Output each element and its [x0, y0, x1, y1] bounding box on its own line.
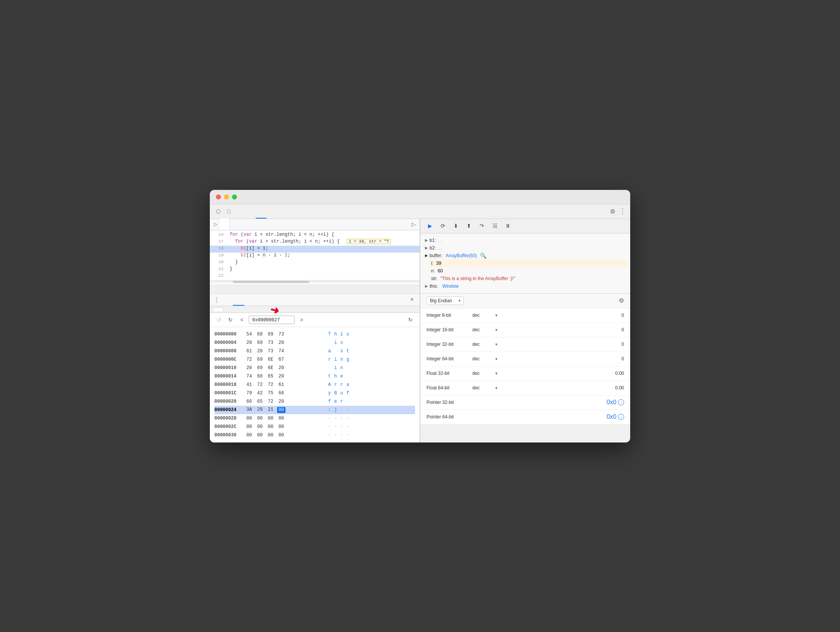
- memory-byte[interactable]: 00: [256, 433, 264, 438]
- scope-expand-b2-icon[interactable]: ▶: [425, 246, 428, 250]
- step-over-button[interactable]: ⟳: [438, 221, 448, 231]
- tab-memory-inspector[interactable]: [233, 293, 244, 306]
- mi-settings-icon[interactable]: ⚙: [619, 297, 624, 304]
- tab-performance[interactable]: [277, 204, 288, 219]
- memory-char[interactable]: ·: [346, 424, 350, 429]
- memory-byte[interactable]: 6E: [266, 357, 275, 362]
- mi-type-dropdown-icon[interactable]: ▾: [495, 371, 498, 376]
- memory-char[interactable]: a: [328, 348, 331, 354]
- memory-byte[interactable]: 20: [245, 365, 253, 371]
- mi-navigate-icon[interactable]: →: [618, 399, 624, 405]
- memory-byte[interactable]: 00: [266, 433, 275, 438]
- memory-byte[interactable]: 74: [245, 374, 253, 379]
- memory-char[interactable]: [328, 340, 331, 345]
- cursor-icon[interactable]: ⬡: [213, 206, 224, 217]
- tab-sources[interactable]: [256, 204, 266, 219]
- memory-char[interactable]: h: [334, 332, 337, 337]
- mi-refresh-button[interactable]: ↻: [406, 315, 415, 324]
- settings-icon[interactable]: ⚙: [607, 206, 618, 217]
- memory-char[interactable]: i: [340, 332, 344, 337]
- memory-byte[interactable]: 66: [245, 399, 253, 404]
- mi-address-input[interactable]: [249, 316, 295, 324]
- memory-byte[interactable]: 72: [266, 382, 275, 387]
- mi-next-button[interactable]: >: [297, 315, 306, 324]
- memory-byte[interactable]: 6E: [266, 365, 275, 371]
- device-icon[interactable]: □: [224, 206, 234, 217]
- memory-char[interactable]: e: [334, 399, 337, 404]
- memory-byte[interactable]: 00: [277, 407, 285, 413]
- step-button[interactable]: ↷: [477, 221, 487, 231]
- memory-byte[interactable]: 73: [266, 348, 275, 354]
- sidebar-toggle-icon[interactable]: ▷: [211, 220, 220, 228]
- memory-byte[interactable]: 00: [256, 424, 264, 429]
- deactivate-breakpoints-button[interactable]: ☵: [490, 221, 500, 231]
- mi-type-dropdown-icon[interactable]: ▾: [495, 313, 498, 318]
- memory-char[interactable]: u: [340, 391, 344, 396]
- mi-type-link[interactable]: 0x0→: [606, 399, 624, 406]
- source-file-tab[interactable]: [220, 219, 230, 230]
- memory-byte[interactable]: 75: [266, 391, 275, 396]
- memory-char[interactable]: h: [334, 374, 337, 379]
- memory-char[interactable]: ·: [346, 433, 350, 438]
- step-into-button[interactable]: ⬇: [451, 221, 461, 231]
- memory-char[interactable]: [346, 399, 350, 404]
- memory-char[interactable]: ·: [334, 416, 337, 421]
- mi-type-dropdown-icon[interactable]: ▾: [495, 386, 498, 391]
- memory-char[interactable]: s: [346, 332, 350, 337]
- memory-byte[interactable]: 69: [256, 365, 264, 371]
- memory-byte[interactable]: 69: [266, 332, 275, 337]
- mi-type-dropdown-icon[interactable]: ▾: [495, 327, 498, 332]
- memory-byte[interactable]: 66: [277, 391, 285, 396]
- scope-item-this[interactable]: ▶ this: Window: [423, 282, 627, 290]
- close-button[interactable]: [216, 194, 221, 199]
- mi-navigate-icon[interactable]: →: [618, 414, 624, 420]
- memory-char[interactable]: [328, 365, 331, 371]
- resume-button[interactable]: ▶: [425, 221, 435, 231]
- memory-byte[interactable]: 79: [245, 391, 253, 396]
- memory-char[interactable]: ·: [340, 433, 344, 438]
- memory-byte[interactable]: 3A: [245, 407, 253, 413]
- scope-item-buffer[interactable]: ▶ buffer: ArrayBuffer(60) 🔍: [423, 252, 627, 259]
- memory-byte[interactable]: 72: [245, 357, 253, 362]
- memory-char[interactable]: f: [346, 391, 350, 396]
- memory-char[interactable]: i: [334, 357, 337, 362]
- mi-type-dropdown-icon[interactable]: ▾: [495, 357, 498, 361]
- memory-char[interactable]: A: [328, 382, 331, 387]
- memory-byte[interactable]: 67: [277, 357, 285, 362]
- memory-byte[interactable]: 20: [277, 365, 285, 371]
- memory-byte[interactable]: 42: [256, 391, 264, 396]
- memory-char[interactable]: ·: [328, 433, 331, 438]
- memory-char[interactable]: g: [346, 357, 350, 362]
- memory-byte[interactable]: 20: [256, 348, 264, 354]
- memory-char[interactable]: ·: [328, 424, 331, 429]
- memory-byte[interactable]: 00: [266, 424, 275, 429]
- memory-byte[interactable]: 65: [256, 399, 264, 404]
- tab-security[interactable]: [309, 204, 320, 219]
- memory-char[interactable]: y: [328, 391, 331, 396]
- memory-char[interactable]: [334, 348, 337, 354]
- memory-char[interactable]: T: [328, 332, 331, 337]
- memory-byte[interactable]: 68: [256, 332, 264, 337]
- memory-byte[interactable]: 68: [256, 374, 264, 379]
- memory-byte[interactable]: 00: [277, 433, 285, 438]
- memory-char[interactable]: r: [334, 382, 337, 387]
- memory-char[interactable]: [346, 365, 350, 371]
- memory-byte[interactable]: 20: [277, 374, 285, 379]
- memory-byte[interactable]: 69: [256, 340, 264, 345]
- memory-char[interactable]: B: [334, 391, 337, 396]
- memory-char[interactable]: [346, 340, 350, 345]
- mi-forward-button[interactable]: ↻: [226, 315, 235, 324]
- memory-byte[interactable]: 00: [266, 416, 275, 421]
- memory-char[interactable]: e: [340, 374, 344, 379]
- memory-char[interactable]: t: [328, 374, 331, 379]
- memory-byte[interactable]: 00: [245, 416, 253, 421]
- more-options-icon[interactable]: ⋮: [618, 206, 627, 217]
- memory-byte[interactable]: 00: [277, 424, 285, 429]
- memory-byte[interactable]: 61: [277, 382, 285, 387]
- memory-byte[interactable]: 69: [256, 357, 264, 362]
- memory-byte[interactable]: 73: [266, 340, 275, 345]
- memory-byte[interactable]: 29: [256, 407, 264, 413]
- memory-char[interactable]: a: [346, 382, 350, 387]
- memory-char[interactable]: ): [334, 407, 337, 413]
- array-buffer-tab[interactable]: [213, 308, 224, 311]
